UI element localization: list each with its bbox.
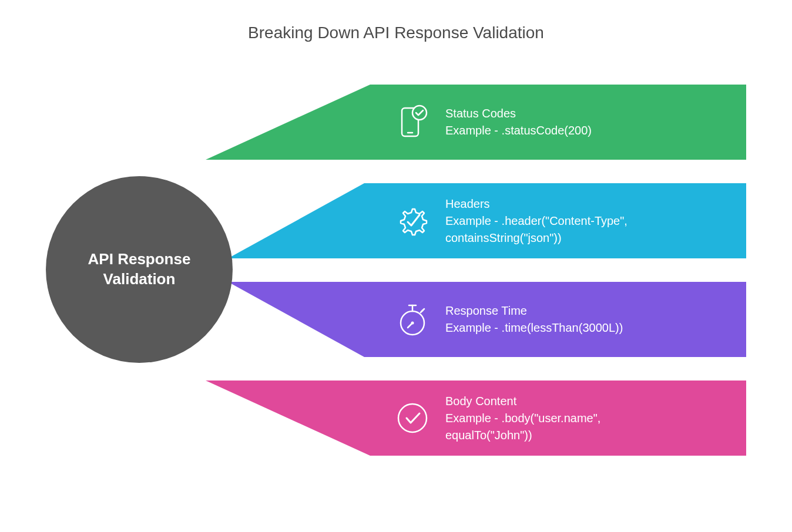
circle-check-icon: [394, 399, 431, 437]
branch-1-example: Example - .statusCode(200): [445, 122, 592, 139]
branch-body-content: Body Content Example - .body("user.name"…: [206, 381, 746, 456]
branch-4-example: Example - .body("user.name", equalTo("Jo…: [445, 410, 680, 444]
diagram-title: Breaking Down API Response Validation: [0, 0, 792, 42]
branch-2-example: Example - .header("Content-Type", contai…: [445, 213, 680, 247]
branch-2-title: Headers: [445, 196, 680, 213]
center-label: API Response Validation: [88, 250, 191, 289]
gear-check-icon: [394, 202, 431, 240]
diagram-container: Status Codes Example - .statusCode(200) …: [0, 82, 792, 505]
stopwatch-icon: [394, 301, 431, 338]
branch-headers: Headers Example - .header("Content-Type"…: [206, 183, 746, 258]
svg-point-14: [398, 404, 427, 432]
svg-point-12: [411, 322, 414, 325]
branch-status-codes: Status Codes Example - .statusCode(200): [206, 85, 746, 160]
branch-response-time: Response Time Example - .time(lessThan(3…: [206, 282, 746, 357]
branch-1-title: Status Codes: [445, 105, 592, 122]
svg-line-10: [421, 310, 423, 312]
center-circle: API Response Validation: [46, 176, 233, 363]
phone-check-icon: [394, 103, 431, 141]
branch-3-title: Response Time: [445, 302, 623, 319]
branch-3-example: Example - .time(lessThan(3000L)): [445, 319, 623, 336]
branch-4-title: Body Content: [445, 393, 680, 410]
svg-point-3: [412, 106, 427, 120]
